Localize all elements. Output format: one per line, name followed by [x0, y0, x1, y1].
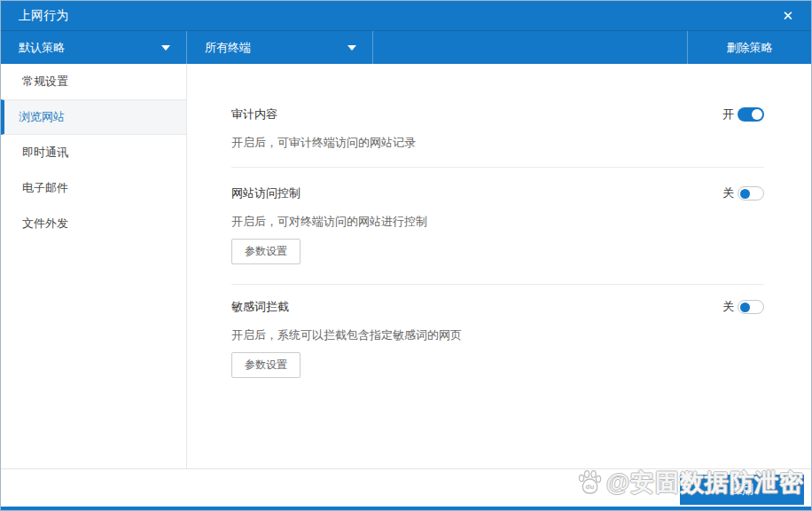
terminal-dropdown-value: 所有终端: [205, 40, 251, 56]
sidebar-item-general-settings[interactable]: 常规设置: [1, 64, 186, 99]
toggle-knob: [740, 303, 750, 312]
delete-policy-button[interactable]: 删除策略: [688, 31, 811, 64]
toggle-state-label: 开: [722, 106, 734, 122]
policy-dropdown-value: 默认策略: [19, 40, 65, 56]
sidebar-item-browse-websites[interactable]: 浏览网站: [1, 99, 186, 135]
toggle-knob: [740, 189, 750, 199]
setting-description: 开启后，系统可以拦截包含指定敏感词的网页: [231, 329, 764, 342]
window-titlebar: 上网行为 ✕: [1, 1, 811, 30]
toolbar-spacer: [373, 31, 688, 64]
setting-title: 审计内容: [231, 106, 277, 122]
window-title: 上网行为: [19, 8, 778, 24]
chevron-down-icon: [161, 45, 170, 51]
window-bottom-bar: [1, 507, 811, 511]
setting-row-sensitive-word-blocking: 敏感词拦截 关 开启后，系统可以拦截包含指定敏感词的网页 参数设置: [231, 285, 764, 378]
close-icon[interactable]: ✕: [778, 6, 797, 26]
toggle-state-label: 关: [722, 299, 734, 315]
sidebar-item-instant-messaging[interactable]: 即时通讯: [1, 135, 186, 170]
sidebar: 常规设置 浏览网站 即时通讯 电子邮件 文件外发: [1, 64, 187, 468]
setting-row-audit-content: 审计内容 开 开启后，可审计终端访问的网站记录: [231, 64, 764, 168]
param-settings-button[interactable]: 参数设置: [231, 239, 301, 264]
policy-toolbar: 默认策略 所有终端 删除策略: [1, 30, 811, 64]
policy-dropdown[interactable]: 默认策略: [1, 31, 187, 64]
apply-button[interactable]: 应用: [680, 475, 804, 505]
setting-row-website-access-control: 网站访问控制 关 开启后，可对终端访问的网站进行控制 参数设置: [231, 168, 764, 285]
footer: 应用: [1, 469, 811, 507]
app-body: 常规设置 浏览网站 即时通讯 电子邮件 文件外发 审计内容 开 开启后，可审计终…: [1, 64, 811, 469]
toggle-knob: [752, 109, 762, 120]
param-settings-button[interactable]: 参数设置: [231, 352, 301, 378]
audit-content-toggle[interactable]: [738, 107, 764, 122]
setting-title: 网站访问控制: [231, 185, 301, 201]
website-access-control-toggle[interactable]: [738, 186, 764, 200]
sidebar-item-file-outgoing[interactable]: 文件外发: [1, 206, 186, 241]
settings-panel: 审计内容 开 开启后，可审计终端访问的网站记录 网站访问控制 关 开启后，可对终…: [187, 64, 811, 468]
sensitive-word-toggle[interactable]: [738, 300, 764, 314]
toggle-state-label: 关: [722, 185, 734, 201]
sidebar-item-email[interactable]: 电子邮件: [1, 170, 186, 206]
setting-title: 敏感词拦截: [231, 299, 289, 315]
terminal-dropdown[interactable]: 所有终端: [187, 31, 373, 64]
chevron-down-icon: [347, 45, 356, 51]
setting-description: 开启后，可对终端访问的网站进行控制: [231, 216, 764, 228]
setting-description: 开启后，可审计终端访问的网站记录: [231, 137, 764, 149]
